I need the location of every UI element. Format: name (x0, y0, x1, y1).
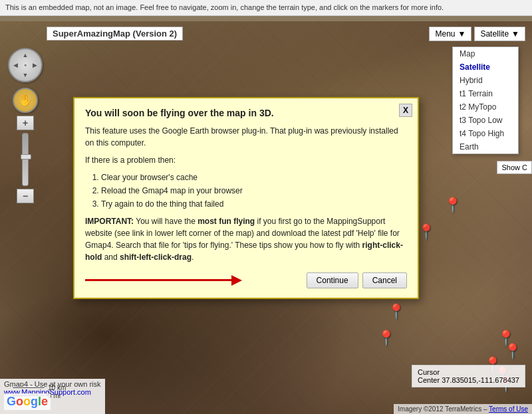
modal-title: You will soon be flying over the map in … (85, 108, 407, 118)
top-info-bar: This is an embedded map, not an image. F… (0, 0, 532, 16)
important-label: IMPORTANT: (85, 217, 134, 226)
modal-close-button[interactable]: X (399, 104, 412, 117)
arrow-line (85, 279, 231, 281)
modal-overlay: X You will soon be flying over the map i… (0, 21, 532, 414)
modal-step-2: Reload the Gmap4 map in your browser (101, 185, 407, 197)
modal-para1: This feature uses the Google Earth brows… (85, 125, 407, 149)
top-bar-text: This is an embedded map, not an image. F… (5, 3, 444, 11)
arrow-container (85, 275, 303, 286)
modal-footer: Continue Cancel (85, 272, 407, 288)
bold-phrase: most fun flying (198, 217, 255, 226)
map-container[interactable]: 📍 📍 📍 📍 📍 📍 📍 📍 📍 SuperAmazingMap (Versi… (0, 21, 532, 414)
continue-button[interactable]: Continue (307, 272, 358, 288)
red-arrow (85, 275, 242, 286)
modal-steps-list: Clear your browser's cache Reload the Gm… (101, 171, 407, 210)
arrow-head (231, 275, 242, 286)
modal-step-3: Try again to do the thing that failed (101, 198, 407, 210)
modal-para2-intro: If there is a problem then: (85, 154, 407, 166)
cancel-button[interactable]: Cancel (362, 272, 407, 288)
modal-step-1: Clear your browser's cache (101, 171, 407, 183)
modal-important: IMPORTANT: You will have the most fun fl… (85, 215, 407, 263)
bold3: shift-left-click-drag (120, 253, 192, 262)
modal-body: This feature uses the Google Earth brows… (85, 125, 407, 263)
modal-dialog: X You will soon be flying over the map i… (73, 97, 419, 299)
